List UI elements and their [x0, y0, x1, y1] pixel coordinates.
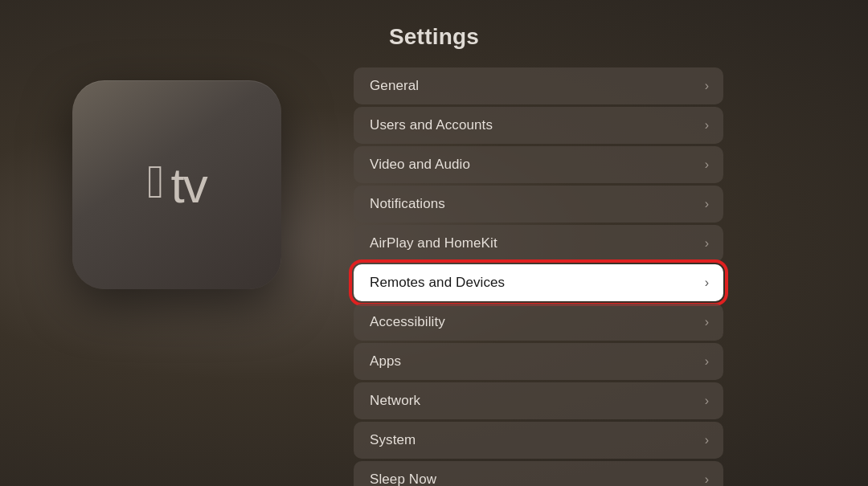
settings-item-video-audio[interactable]: Video and Audio› — [354, 146, 723, 183]
settings-item-label-apps: Apps — [370, 353, 401, 370]
settings-item-label-notifications: Notifications — [370, 196, 445, 212]
chevron-icon-notifications: › — [705, 197, 709, 211]
main-area:  tv General›Users and Accounts›Video an… — [0, 64, 868, 486]
chevron-icon-network: › — [705, 394, 709, 408]
settings-item-network[interactable]: Network› — [354, 382, 723, 419]
settings-item-general[interactable]: General› — [354, 67, 723, 104]
atv-logo:  tv — [147, 157, 206, 214]
chevron-icon-airplay-homekit: › — [705, 236, 709, 251]
settings-item-label-video-audio: Video and Audio — [370, 157, 470, 173]
apple-tv-device:  tv — [72, 80, 281, 289]
device-area:  tv — [48, 64, 305, 289]
tv-label: tv — [170, 157, 206, 214]
chevron-icon-accessibility: › — [705, 315, 709, 329]
settings-item-label-network: Network — [370, 393, 420, 409]
settings-item-airplay-homekit[interactable]: AirPlay and HomeKit› — [354, 225, 723, 262]
chevron-icon-apps: › — [705, 354, 709, 369]
chevron-icon-remotes-devices: › — [705, 276, 709, 290]
settings-item-system[interactable]: System› — [354, 422, 723, 459]
settings-item-apps[interactable]: Apps› — [354, 343, 723, 380]
settings-item-users-accounts[interactable]: Users and Accounts› — [354, 107, 723, 144]
settings-item-label-accessibility: Accessibility — [370, 314, 445, 330]
settings-list: General›Users and Accounts›Video and Aud… — [354, 64, 723, 486]
settings-item-label-users-accounts: Users and Accounts — [370, 117, 493, 133]
settings-item-remotes-devices[interactable]: Remotes and Devices› — [354, 264, 723, 301]
chevron-icon-sleep-now: › — [705, 472, 709, 486]
settings-item-label-airplay-homekit: AirPlay and HomeKit — [370, 235, 497, 251]
page-title: Settings — [389, 24, 479, 50]
chevron-icon-users-accounts: › — [705, 118, 709, 133]
settings-item-label-general: General — [370, 78, 419, 94]
chevron-icon-general: › — [705, 79, 709, 93]
settings-item-label-remotes-devices: Remotes and Devices — [370, 275, 505, 291]
settings-item-accessibility[interactable]: Accessibility› — [354, 304, 723, 341]
main-content: Settings  tv General›Users and Accounts… — [0, 0, 868, 486]
settings-item-notifications[interactable]: Notifications› — [354, 186, 723, 223]
settings-item-label-sleep-now: Sleep Now — [370, 472, 436, 486]
chevron-icon-system: › — [705, 433, 709, 447]
settings-item-sleep-now[interactable]: Sleep Now› — [354, 461, 723, 486]
apple-logo-icon:  — [147, 158, 164, 205]
chevron-icon-video-audio: › — [705, 157, 709, 172]
settings-item-label-system: System — [370, 432, 416, 448]
